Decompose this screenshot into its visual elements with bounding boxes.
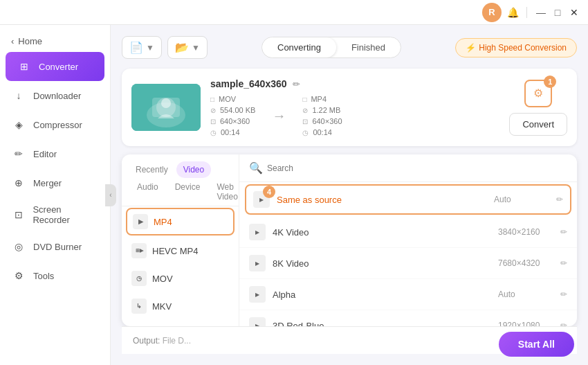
minimize-button[interactable]: — (535, 7, 546, 18)
tab-recently[interactable]: Recently (129, 161, 175, 178)
target-size-icon: ⊘ (302, 107, 308, 114)
quality-item-8k[interactable]: ▶ 8K Video 7680×4320 ✏ (239, 248, 577, 279)
target-duration: 00:14 (313, 128, 332, 136)
editor-label: Editor (33, 149, 57, 159)
quality-search-bar[interactable]: 🔍 (239, 154, 577, 182)
start-all-button[interactable]: Start All (499, 332, 574, 357)
same-source-edit-icon[interactable]: ✏ (556, 195, 563, 204)
file-name-edit-icon[interactable]: ✏ (293, 79, 300, 89)
alpha-label: Alpha (273, 290, 498, 300)
sidebar-item-downloader[interactable]: ↓ Downloader (0, 81, 110, 110)
alpha-edit-icon[interactable]: ✏ (560, 290, 567, 299)
close-button[interactable]: ✕ (569, 7, 580, 18)
mkv-icon: ↳ (131, 299, 147, 314)
format-secondary-tabs: Audio Device Web Video (122, 178, 239, 206)
add-file-label: ▼ (146, 43, 154, 53)
add-folder-icon: 📂 (175, 41, 189, 54)
add-file-button[interactable]: 📄 ▼ (122, 36, 162, 59)
format-mp4-label: MP4 (154, 217, 172, 227)
3d-red-blue-edit-icon[interactable]: ✏ (560, 321, 567, 326)
4k-label: 4K Video (273, 227, 498, 238)
4k-edit-icon[interactable]: ✏ (560, 227, 567, 237)
format-item-mkv[interactable]: ↳ MKV (122, 292, 239, 320)
screen-recorder-label: Screen Recorder (33, 204, 99, 225)
tools-label: Tools (33, 271, 54, 281)
target-format: MP4 (311, 95, 327, 103)
format-item-mp4[interactable]: ▶ MP4 (126, 208, 235, 235)
target-size-row: ⊘ 1.22 MB (302, 106, 342, 114)
target-size: 1.22 MB (312, 106, 340, 114)
sidebar-item-editor[interactable]: ✏ Editor (0, 139, 110, 168)
sidebar-item-screen-recorder[interactable]: ⊡ Screen Recorder (0, 197, 110, 232)
8k-edit-icon[interactable]: ✏ (560, 258, 567, 268)
file-meta: □ MOV ⊘ 554.00 KB ⊡ 640×360 ◷ (210, 95, 499, 136)
sidebar-collapse-button[interactable]: ‹ (105, 184, 116, 206)
main-tab-group: Converting Finished (261, 37, 401, 58)
tab-converting[interactable]: Converting (262, 37, 336, 57)
file-card: sample_640x360 ✏ □ MOV ⊘ 554.00 KB (122, 69, 577, 146)
format-icon: □ (210, 96, 214, 103)
search-input[interactable] (267, 163, 567, 173)
format-tab-row: Recently Video (122, 154, 239, 178)
merger-icon: ⊕ (11, 175, 26, 190)
mp4-icon: ▶ (133, 214, 148, 229)
file-name: sample_640x360 (210, 78, 287, 89)
3d-red-blue-icon: ▶ (249, 317, 266, 326)
tab-device[interactable]: Device (167, 178, 209, 206)
target-format-icon: □ (302, 96, 306, 103)
settings-button[interactable]: ⚙ 1 (524, 80, 552, 107)
titlebar: R 🔔 — □ ✕ (0, 0, 588, 25)
add-folder-button[interactable]: 📂 ▼ (167, 36, 208, 59)
format-mov-label: MOV (152, 274, 173, 284)
quality-item-alpha[interactable]: ▶ Alpha Auto ✏ (239, 279, 577, 310)
sidebar-item-merger[interactable]: ⊕ Merger (0, 168, 110, 197)
high-speed-button[interactable]: ⚡ High Speed Conversion (455, 38, 577, 57)
screen-recorder-icon: ⊡ (11, 207, 26, 222)
sidebar-item-tools[interactable]: ⚙ Tools (0, 261, 110, 290)
format-item-hevc-mkv[interactable]: ⊞↳ HEVC MKV (122, 320, 239, 326)
target-dur-icon: ◷ (302, 129, 309, 136)
target-res-icon: ⊡ (302, 118, 308, 125)
file-name-row: sample_640x360 ✏ (210, 78, 499, 89)
target-duration-row: ◷ 00:14 (302, 128, 342, 136)
alpha-icon: ▶ (249, 286, 266, 303)
size-icon: ⊘ (210, 107, 216, 114)
quality-item-4k[interactable]: ▶ 4K Video 3840×2160 ✏ (239, 217, 577, 248)
high-speed-label: High Speed Conversion (479, 43, 567, 53)
format-item-hevc-mp4[interactable]: ⊞▶ HEVC MP4 (122, 237, 239, 265)
hevc-mp4-icon: ⊞▶ (131, 243, 147, 258)
file-thumbnail (131, 84, 201, 131)
source-format-row: □ MOV (210, 95, 255, 103)
home-back-button[interactable]: ‹ Home (0, 30, 110, 52)
quality-item-same-as-source[interactable]: ▶ 4 Same as source Auto ✏ (245, 184, 571, 215)
source-resolution: 640×360 (220, 117, 250, 125)
tab-video[interactable]: Video (176, 161, 211, 178)
source-duration-row: ◷ 00:14 (210, 128, 255, 136)
format-hevc-mp4-label: HEVC MP4 (152, 246, 198, 256)
bell-icon[interactable]: 🔔 (507, 7, 518, 18)
maximize-button[interactable]: □ (552, 7, 563, 18)
compressor-icon: ◈ (11, 117, 26, 132)
back-arrow-icon: ‹ (11, 36, 14, 46)
sidebar-item-dvd-burner[interactable]: ◎ DVD Burner (0, 232, 110, 261)
settings-badge: 1 (544, 75, 556, 88)
format-item-mov[interactable]: ◷ MOV (122, 265, 239, 292)
sidebar-item-compressor[interactable]: ◈ Compressor (0, 110, 110, 139)
res-icon: ⊡ (210, 118, 216, 125)
tab-finished[interactable]: Finished (336, 37, 401, 57)
tab-audio[interactable]: Audio (129, 178, 167, 206)
8k-icon: ▶ (249, 255, 266, 271)
converter-label: Converter (39, 62, 78, 72)
downloader-label: Downloader (33, 91, 81, 101)
same-source-label: Same as source (277, 195, 494, 205)
bolt-icon: ⚡ (466, 43, 476, 53)
3d-red-blue-label: 3D Red-Blue (273, 321, 498, 327)
sidebar-item-converter[interactable]: ⊞ Converter (6, 52, 104, 81)
editor-icon: ✏ (11, 146, 26, 161)
merger-label: Merger (33, 178, 62, 188)
quality-item-3d-red-blue[interactable]: ▶ 3D Red-Blue 1920×1080 ✏ (239, 310, 577, 326)
mov-icon: ◷ (131, 271, 147, 286)
top-toolbar: 📄 ▼ 📂 ▼ Converting Finished ⚡ High Speed… (122, 36, 577, 59)
convert-button[interactable]: Convert (509, 113, 567, 136)
same-source-res: Auto (494, 195, 549, 204)
